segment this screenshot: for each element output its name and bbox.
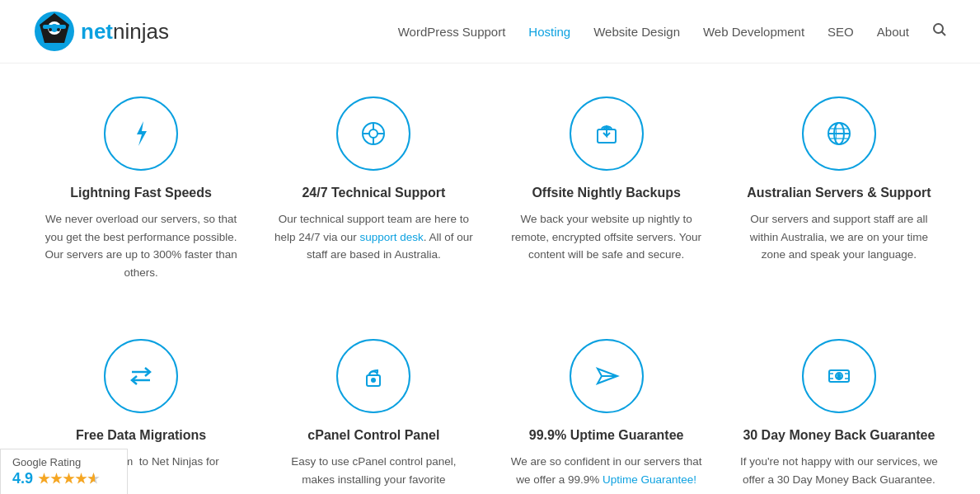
logo-text: netninjas (81, 19, 169, 45)
feature-migrations-icon-circle (104, 339, 178, 413)
feature-migrations-title: Free Data Migrations (76, 428, 206, 443)
main-nav: WordPress Support Hosting Website Design… (398, 22, 947, 41)
feature-cpanel-title: cPanel Control Panel (307, 428, 439, 443)
svg-point-7 (934, 24, 943, 33)
feature-australian-icon-circle (802, 96, 876, 171)
google-rating-label: Google Rating (12, 456, 115, 468)
feature-lightning-icon-circle (104, 96, 178, 171)
feature-uptime: 99.9% Uptime Guarantee We are so confide… (490, 331, 723, 494)
nav-web-development[interactable]: Web Development (703, 25, 804, 39)
nav-website-design[interactable]: Website Design (593, 25, 680, 39)
features-grid-row1: Lightning Fast Speeds We never overload … (0, 64, 980, 306)
svg-text:$: $ (837, 374, 841, 379)
feature-support: 24/7 Technical Support Our technical sup… (257, 88, 490, 306)
globe-icon (823, 118, 855, 149)
feature-cpanel: cPanel Control Panel Easy to use cPanel … (257, 331, 490, 494)
nav-about[interactable]: About (877, 25, 909, 39)
transfer-icon (125, 360, 157, 392)
feature-support-icon-circle (336, 96, 410, 171)
support-desk-link[interactable]: support desk (359, 231, 423, 243)
feature-lightning: Lightning Fast Speeds We never overload … (25, 88, 257, 306)
features-grid-row2: Free Data Migrations r website from to N… (0, 306, 980, 494)
money-icon: $ (823, 360, 855, 392)
search-icon (932, 22, 947, 37)
uptime-guarantee-link[interactable]: Uptime Guarantee! (603, 473, 696, 486)
google-rating-number: 4.9 (12, 470, 33, 487)
feature-cpanel-desc: Easy to use cPanel control panel, makes … (274, 453, 473, 494)
header: netninjas WordPress Support Hosting Webs… (0, 0, 980, 64)
search-button[interactable] (932, 22, 947, 41)
feature-lightning-title: Lightning Fast Speeds (70, 186, 212, 200)
svg-point-6 (57, 28, 60, 31)
svg-rect-4 (43, 25, 66, 29)
send-icon (591, 360, 622, 392)
feature-uptime-desc: We are so confident in our servers that … (507, 453, 706, 488)
feature-backups-title: Offsite Nightly Backups (532, 186, 680, 200)
feature-moneyback-desc: If you're not happy with our services, w… (739, 453, 939, 488)
nav-seo[interactable]: SEO (828, 25, 854, 39)
svg-point-10 (369, 129, 377, 138)
lock-icon (358, 360, 389, 392)
feature-moneyback: $ 30 Day Money Back Guarantee If you're … (723, 331, 955, 494)
nav-hosting[interactable]: Hosting (528, 25, 570, 39)
backup-icon (591, 118, 622, 149)
lightning-icon (125, 118, 157, 149)
feature-moneyback-title: 30 Day Money Back Guarantee (743, 428, 935, 443)
google-rating-score: 4.9 ★★★★★★ (12, 470, 115, 487)
feature-uptime-title: 99.9% Uptime Guarantee (529, 428, 684, 443)
feature-moneyback-icon-circle: $ (802, 339, 876, 413)
logo[interactable]: netninjas (33, 10, 169, 53)
feature-support-desc: Our technical support team are here to h… (274, 210, 473, 264)
feature-lightning-desc: We never overload our servers, so that y… (41, 210, 241, 281)
google-rating-stars: ★★★★★★ (38, 471, 100, 487)
svg-line-8 (942, 31, 946, 35)
google-rating-badge: Google Rating 4.9 ★★★★★★ (0, 449, 128, 494)
feature-uptime-icon-circle (570, 339, 644, 413)
feature-australian: Australian Servers & Support Our servers… (723, 88, 955, 306)
nav-wordpress-support[interactable]: WordPress Support (398, 25, 506, 39)
svg-point-5 (49, 28, 52, 31)
feature-australian-desc: Our servers and support staff are all wi… (739, 210, 939, 264)
support-icon (358, 118, 389, 149)
feature-australian-title: Australian Servers & Support (747, 186, 931, 200)
svg-point-25 (372, 379, 375, 382)
feature-support-title: 24/7 Technical Support (302, 186, 445, 200)
feature-backups-desc: We back your website up nightly to remot… (507, 210, 706, 264)
feature-backups: Offsite Nightly Backups We back your web… (490, 88, 723, 306)
feature-cpanel-icon-circle (336, 339, 410, 413)
feature-backups-icon-circle (570, 96, 644, 171)
logo-icon (33, 10, 76, 53)
